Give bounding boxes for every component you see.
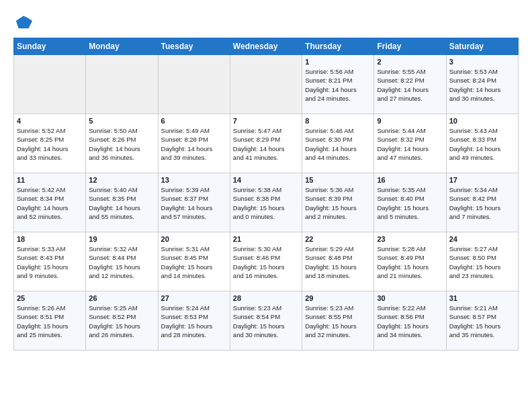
calendar-cell: 5Sunrise: 5:50 AM Sunset: 8:26 PM Daylig… <box>86 114 158 173</box>
calendar-cell: 14Sunrise: 5:38 AM Sunset: 8:38 PM Dayli… <box>230 173 302 232</box>
calendar-cell: 18Sunrise: 5:33 AM Sunset: 8:43 PM Dayli… <box>14 232 86 291</box>
day-info: Sunrise: 5:28 AM Sunset: 8:49 PM Dayligh… <box>377 244 443 280</box>
logo-icon <box>15 12 34 31</box>
day-info: Sunrise: 5:40 AM Sunset: 8:35 PM Dayligh… <box>89 185 154 221</box>
calendar-cell: 6Sunrise: 5:49 AM Sunset: 8:28 PM Daylig… <box>158 114 230 173</box>
day-info: Sunrise: 5:32 AM Sunset: 8:44 PM Dayligh… <box>89 244 154 280</box>
weekday-header-thursday: Thursday <box>302 38 374 55</box>
weekday-header-saturday: Saturday <box>446 38 518 55</box>
calendar-cell: 9Sunrise: 5:44 AM Sunset: 8:32 PM Daylig… <box>374 114 446 173</box>
day-info: Sunrise: 5:31 AM Sunset: 8:45 PM Dayligh… <box>161 244 227 280</box>
day-info: Sunrise: 5:47 AM Sunset: 8:29 PM Dayligh… <box>233 126 299 162</box>
logo <box>13 12 34 31</box>
day-info: Sunrise: 5:35 AM Sunset: 8:40 PM Dayligh… <box>377 185 443 221</box>
day-number: 3 <box>449 58 515 66</box>
day-info: Sunrise: 5:22 AM Sunset: 8:56 PM Dayligh… <box>377 304 443 339</box>
day-number: 17 <box>449 176 515 184</box>
calendar-cell: 26Sunrise: 5:25 AM Sunset: 8:52 PM Dayli… <box>86 291 158 351</box>
day-number: 6 <box>161 117 227 125</box>
calendar-cell: 27Sunrise: 5:24 AM Sunset: 8:53 PM Dayli… <box>158 291 230 351</box>
day-info: Sunrise: 5:44 AM Sunset: 8:32 PM Dayligh… <box>377 126 443 162</box>
calendar-cell: 4Sunrise: 5:52 AM Sunset: 8:25 PM Daylig… <box>14 114 86 173</box>
week-row-2: 4Sunrise: 5:52 AM Sunset: 8:25 PM Daylig… <box>14 114 519 173</box>
day-info: Sunrise: 5:23 AM Sunset: 8:54 PM Dayligh… <box>233 304 299 339</box>
calendar-cell: 3Sunrise: 5:53 AM Sunset: 8:24 PM Daylig… <box>446 55 518 114</box>
calendar-cell: 15Sunrise: 5:36 AM Sunset: 8:39 PM Dayli… <box>302 173 374 232</box>
day-number: 5 <box>89 117 154 125</box>
day-info: Sunrise: 5:26 AM Sunset: 8:51 PM Dayligh… <box>17 304 83 339</box>
week-row-4: 18Sunrise: 5:33 AM Sunset: 8:43 PM Dayli… <box>14 232 519 291</box>
day-info: Sunrise: 5:39 AM Sunset: 8:37 PM Dayligh… <box>161 185 227 221</box>
day-info: Sunrise: 5:25 AM Sunset: 8:52 PM Dayligh… <box>89 304 154 339</box>
calendar-header <box>13 12 519 31</box>
day-number: 1 <box>305 58 371 66</box>
week-row-3: 11Sunrise: 5:42 AM Sunset: 8:34 PM Dayli… <box>14 173 519 232</box>
day-info: Sunrise: 5:42 AM Sunset: 8:34 PM Dayligh… <box>17 185 83 221</box>
weekday-header-wednesday: Wednesday <box>230 38 302 55</box>
calendar-cell <box>230 55 302 114</box>
day-number: 14 <box>233 176 299 184</box>
weekday-header-tuesday: Tuesday <box>158 38 230 55</box>
calendar-cell <box>14 55 86 114</box>
calendar-cell: 17Sunrise: 5:34 AM Sunset: 8:42 PM Dayli… <box>446 173 518 232</box>
day-number: 28 <box>233 294 299 302</box>
day-info: Sunrise: 5:49 AM Sunset: 8:28 PM Dayligh… <box>161 126 227 162</box>
calendar-cell: 8Sunrise: 5:46 AM Sunset: 8:30 PM Daylig… <box>302 114 374 173</box>
calendar-cell: 2Sunrise: 5:55 AM Sunset: 8:22 PM Daylig… <box>374 55 446 114</box>
calendar-cell: 30Sunrise: 5:22 AM Sunset: 8:56 PM Dayli… <box>374 291 446 351</box>
day-number: 2 <box>377 58 443 66</box>
day-number: 24 <box>449 235 515 243</box>
calendar-cell: 24Sunrise: 5:27 AM Sunset: 8:50 PM Dayli… <box>446 232 518 291</box>
week-row-1: 1Sunrise: 5:56 AM Sunset: 8:21 PM Daylig… <box>14 55 519 114</box>
calendar-cell: 23Sunrise: 5:28 AM Sunset: 8:49 PM Dayli… <box>374 232 446 291</box>
calendar-page: SundayMondayTuesdayWednesdayThursdayFrid… <box>0 0 532 363</box>
day-info: Sunrise: 5:21 AM Sunset: 8:57 PM Dayligh… <box>449 304 515 339</box>
day-info: Sunrise: 5:53 AM Sunset: 8:24 PM Dayligh… <box>449 67 515 103</box>
day-number: 31 <box>449 294 515 302</box>
svg-marker-0 <box>16 16 32 29</box>
calendar-cell: 13Sunrise: 5:39 AM Sunset: 8:37 PM Dayli… <box>158 173 230 232</box>
day-info: Sunrise: 5:24 AM Sunset: 8:53 PM Dayligh… <box>161 304 227 339</box>
calendar-cell: 10Sunrise: 5:43 AM Sunset: 8:33 PM Dayli… <box>446 114 518 173</box>
day-number: 20 <box>161 235 227 243</box>
calendar-cell: 12Sunrise: 5:40 AM Sunset: 8:35 PM Dayli… <box>86 173 158 232</box>
day-number: 9 <box>377 117 443 125</box>
calendar-cell: 31Sunrise: 5:21 AM Sunset: 8:57 PM Dayli… <box>446 291 518 351</box>
weekday-header-row: SundayMondayTuesdayWednesdayThursdayFrid… <box>14 38 519 55</box>
day-info: Sunrise: 5:56 AM Sunset: 8:21 PM Dayligh… <box>305 67 371 103</box>
calendar-table: SundayMondayTuesdayWednesdayThursdayFrid… <box>13 38 519 351</box>
day-number: 27 <box>161 294 227 302</box>
day-info: Sunrise: 5:38 AM Sunset: 8:38 PM Dayligh… <box>233 185 299 221</box>
weekday-header-sunday: Sunday <box>14 38 86 55</box>
weekday-header-friday: Friday <box>374 38 446 55</box>
calendar-cell: 19Sunrise: 5:32 AM Sunset: 8:44 PM Dayli… <box>86 232 158 291</box>
day-number: 11 <box>17 176 83 184</box>
day-info: Sunrise: 5:27 AM Sunset: 8:50 PM Dayligh… <box>449 244 515 280</box>
day-info: Sunrise: 5:55 AM Sunset: 8:22 PM Dayligh… <box>377 67 443 103</box>
day-number: 8 <box>305 117 371 125</box>
day-number: 18 <box>17 235 83 243</box>
calendar-cell <box>158 55 230 114</box>
day-info: Sunrise: 5:50 AM Sunset: 8:26 PM Dayligh… <box>89 126 154 162</box>
calendar-cell: 25Sunrise: 5:26 AM Sunset: 8:51 PM Dayli… <box>14 291 86 351</box>
day-number: 25 <box>17 294 83 302</box>
day-info: Sunrise: 5:34 AM Sunset: 8:42 PM Dayligh… <box>449 185 515 221</box>
day-number: 22 <box>305 235 371 243</box>
calendar-cell: 7Sunrise: 5:47 AM Sunset: 8:29 PM Daylig… <box>230 114 302 173</box>
calendar-cell: 11Sunrise: 5:42 AM Sunset: 8:34 PM Dayli… <box>14 173 86 232</box>
day-info: Sunrise: 5:23 AM Sunset: 8:55 PM Dayligh… <box>305 304 371 339</box>
day-number: 16 <box>377 176 443 184</box>
day-info: Sunrise: 5:29 AM Sunset: 8:48 PM Dayligh… <box>305 244 371 280</box>
day-number: 26 <box>89 294 154 302</box>
day-number: 12 <box>89 176 154 184</box>
calendar-cell: 28Sunrise: 5:23 AM Sunset: 8:54 PM Dayli… <box>230 291 302 351</box>
day-number: 7 <box>233 117 299 125</box>
day-number: 15 <box>305 176 371 184</box>
day-number: 30 <box>377 294 443 302</box>
day-number: 23 <box>377 235 443 243</box>
calendar-cell: 22Sunrise: 5:29 AM Sunset: 8:48 PM Dayli… <box>302 232 374 291</box>
day-number: 13 <box>161 176 227 184</box>
calendar-cell <box>86 55 158 114</box>
day-number: 10 <box>449 117 515 125</box>
calendar-cell: 1Sunrise: 5:56 AM Sunset: 8:21 PM Daylig… <box>302 55 374 114</box>
